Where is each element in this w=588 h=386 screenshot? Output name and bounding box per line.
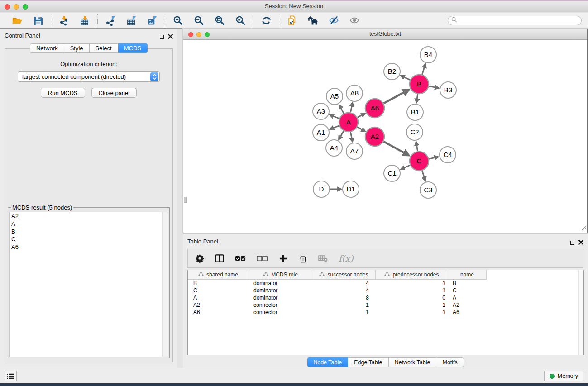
column-header-MCDS-role[interactable]: MCDS role [249, 270, 312, 280]
add-column-icon[interactable] [278, 253, 287, 263]
node-A[interactable]: A [339, 113, 358, 132]
save-session-icon[interactable] [33, 15, 43, 26]
tab-select[interactable]: Select [90, 43, 118, 53]
node-A5[interactable]: A5 [326, 88, 343, 105]
edge-A-A7[interactable] [350, 132, 352, 139]
node-D[interactable]: D [313, 181, 330, 197]
show-icon[interactable] [349, 15, 360, 26]
node-A3[interactable]: A3 [313, 103, 329, 119]
edge-B-B2[interactable] [403, 77, 410, 80]
node-C1[interactable]: C1 [384, 165, 400, 181]
close-panel-button[interactable]: Close panel [91, 88, 137, 98]
refresh-icon[interactable] [261, 15, 272, 26]
close-panel-icon[interactable] [168, 33, 173, 41]
close-table-panel-icon[interactable] [578, 238, 583, 247]
search-input[interactable] [459, 17, 578, 24]
select-all-icon[interactable] [235, 253, 246, 263]
result-item[interactable]: A [10, 220, 168, 228]
zoom-selected-icon[interactable] [235, 15, 246, 26]
edge-B-B3[interactable] [429, 86, 436, 87]
zoom-network-button[interactable] [205, 32, 210, 37]
column-header-shared-name[interactable]: shared name [188, 270, 249, 280]
node-A4[interactable]: A4 [326, 140, 342, 156]
edge-A-A6[interactable] [357, 115, 362, 118]
tab-network[interactable]: Network [30, 43, 64, 53]
float-panel-icon[interactable] [160, 35, 164, 39]
tab-motifs[interactable]: Motifs [436, 357, 464, 367]
table-row[interactable]: A2connector11A2 [188, 301, 583, 309]
node-B1[interactable]: B1 [407, 104, 423, 120]
hide-icon[interactable] [328, 15, 339, 26]
tab-node-table[interactable]: Node Table [307, 357, 348, 367]
node-A8[interactable]: A8 [346, 85, 363, 101]
tab-style[interactable]: Style [64, 43, 90, 53]
export-image-icon[interactable] [147, 15, 158, 26]
deselect-all-icon[interactable] [257, 253, 268, 263]
task-history-button[interactable] [5, 371, 17, 381]
result-item[interactable]: B [10, 228, 168, 235]
table-scrollbar[interactable] [578, 270, 583, 355]
node-B3[interactable]: B3 [440, 82, 456, 98]
mcds-result-list[interactable]: A2ABCA6 [9, 212, 168, 357]
export-network-icon[interactable] [105, 15, 116, 26]
result-item[interactable]: A2 [10, 212, 168, 220]
node-A7[interactable]: A7 [346, 143, 363, 159]
node-C[interactable]: C [410, 152, 429, 171]
edge-A-A4[interactable] [340, 131, 344, 137]
table-settings-gear-icon[interactable] [195, 253, 204, 263]
minimize-network-button[interactable] [196, 32, 201, 37]
column-header-name[interactable]: name [448, 270, 487, 280]
node-B2[interactable]: B2 [384, 63, 400, 80]
node-A6[interactable]: A6 [365, 99, 384, 118]
edge-A-A3[interactable] [333, 116, 339, 119]
float-table-panel-icon[interactable] [570, 241, 574, 245]
copy-network-icon[interactable] [287, 15, 297, 26]
edge-A2-C[interactable] [383, 142, 405, 153]
node-A1[interactable]: A1 [313, 124, 329, 141]
edge-C-C2[interactable] [416, 145, 417, 152]
criterion-dropdown[interactable]: largest connected component (directed) [18, 71, 160, 82]
zoom-window-button[interactable] [23, 4, 28, 10]
close-network-button[interactable] [188, 32, 193, 37]
zoom-fit-icon[interactable] [214, 15, 225, 26]
import-table-icon[interactable] [79, 15, 90, 26]
node-B4[interactable]: B4 [420, 47, 436, 63]
edge-A-A5[interactable] [340, 108, 344, 114]
network-canvas[interactable]: B4B2BB3B1A5A8A6A3AA1C2A4A7A2CC4C1C3DD1 [183, 40, 587, 233]
split-panel-icon[interactable] [215, 253, 224, 263]
zoom-out-icon[interactable] [193, 15, 204, 26]
result-scrollbar[interactable] [162, 212, 168, 357]
resize-grip-icon[interactable] [581, 224, 587, 232]
node-A2[interactable]: A2 [365, 127, 384, 146]
edge-A-A8[interactable] [350, 105, 352, 112]
table-row[interactable]: Cdominator41C [188, 287, 583, 294]
edge-B-B1[interactable] [417, 94, 418, 100]
node-C4[interactable]: C4 [440, 147, 456, 163]
close-window-button[interactable] [5, 4, 10, 10]
memory-button[interactable]: Memory [544, 371, 583, 381]
column-header-predecessor-nodes[interactable]: predecessor nodes [376, 270, 448, 280]
tab-network-table[interactable]: Network Table [389, 357, 437, 367]
table-row[interactable]: Bdominator41B [188, 280, 583, 287]
table-row[interactable]: Adominator80A [188, 294, 583, 301]
node-D1[interactable]: D1 [343, 181, 359, 197]
node-C2[interactable]: C2 [406, 124, 423, 140]
import-network-icon[interactable] [58, 15, 69, 26]
minimize-window-button[interactable] [14, 4, 19, 10]
search-field[interactable] [448, 16, 582, 25]
result-item[interactable]: A6 [10, 243, 168, 251]
edge-C-C1[interactable] [404, 165, 410, 168]
run-mcds-button[interactable]: Run MCDS [41, 88, 85, 98]
edge-C-C3[interactable] [422, 171, 425, 178]
network-vscroll-thumb[interactable] [184, 197, 187, 203]
column-header-successor-nodes[interactable]: successor nodes [312, 270, 376, 280]
home-icon[interactable] [307, 15, 318, 26]
zoom-in-icon[interactable] [172, 15, 183, 26]
node-C3[interactable]: C3 [420, 182, 436, 198]
edge-B-B4[interactable] [422, 67, 425, 75]
edge-C-C4[interactable] [429, 157, 435, 159]
open-session-icon[interactable] [12, 15, 23, 26]
table-row[interactable]: A6connector11A6 [188, 309, 583, 316]
delete-column-icon[interactable] [298, 253, 307, 263]
edge-A6-B[interactable] [383, 92, 405, 103]
